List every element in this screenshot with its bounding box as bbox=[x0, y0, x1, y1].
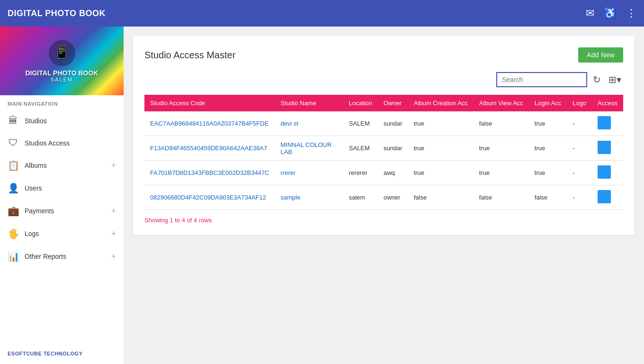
cell-logo: - bbox=[567, 111, 592, 136]
cell-location: SALEM bbox=[343, 111, 378, 136]
col-album-view-acc: Album View Acc bbox=[474, 95, 529, 111]
cell-album-view: false bbox=[474, 111, 529, 136]
col-album-creation-acc: Album Creation Acc bbox=[408, 95, 474, 111]
card-header: Studio Access Master Add New bbox=[144, 47, 623, 63]
sidebar-item-logs[interactable]: 🖐 Logs + bbox=[0, 222, 124, 245]
users-icon: 👤 bbox=[8, 182, 19, 194]
bell-icon[interactable]: ✉ bbox=[586, 7, 594, 19]
sidebar-logo-name: DIGITAL PHOTO BOOK bbox=[25, 69, 98, 77]
access-button[interactable] bbox=[598, 165, 611, 179]
cell-album-creation: false bbox=[408, 185, 474, 210]
cell-owner: sundar bbox=[378, 136, 408, 161]
sidebar-item-albums[interactable]: 📋 Albums + bbox=[0, 154, 124, 177]
table-row: FA701B7D8D1343FBBC3E002D32B3447C rrerer … bbox=[144, 161, 623, 185]
payments-icon: 💼 bbox=[8, 205, 19, 217]
users-label: Users bbox=[25, 184, 116, 192]
app-title: DIGITAL PHOTO BOOK bbox=[8, 9, 586, 18]
cell-login-acc: true bbox=[529, 111, 567, 136]
sidebar-item-studios-access[interactable]: 🛡 Studios Access bbox=[0, 132, 124, 154]
cell-login-acc: false bbox=[529, 185, 567, 210]
cell-access bbox=[592, 185, 623, 210]
nav-label: MAIN NAVIGATION bbox=[0, 95, 124, 109]
cell-code: F13AD94F465540459DE90A642AAE38A7 bbox=[144, 136, 275, 161]
sidebar-logo-sub: SALEM bbox=[51, 77, 73, 82]
table-row: EAC7AAB968484116A0A203747B4F5FDE devi st… bbox=[144, 111, 623, 136]
cell-access bbox=[592, 161, 623, 185]
col-access: Access bbox=[592, 95, 623, 111]
cell-album-view: true bbox=[474, 136, 529, 161]
cell-studio-name: rrerer bbox=[275, 161, 343, 185]
cell-owner: owner bbox=[378, 185, 408, 210]
toolbar: ↻ ⊞▾ bbox=[144, 72, 623, 87]
payments-expand-icon[interactable]: + bbox=[111, 206, 116, 216]
col-login-acc: Login Acc bbox=[529, 95, 567, 111]
access-button[interactable] bbox=[598, 116, 611, 129]
add-new-button[interactable]: Add New bbox=[578, 47, 623, 63]
col-logo: Logo bbox=[567, 95, 592, 111]
cell-album-view: false bbox=[474, 185, 529, 210]
studios-icon: 🏛 bbox=[8, 115, 19, 126]
sidebar-footer: ESOFTCUBE TECHNOLOGY bbox=[0, 343, 124, 364]
logs-label: Logs bbox=[25, 230, 105, 237]
sidebar-item-studios[interactable]: 🏛 Studios bbox=[0, 109, 124, 132]
cell-code: EAC7AAB968484116A0A203747B4F5FDE bbox=[144, 111, 275, 136]
col-studio-access-code: Studio Access Code bbox=[144, 95, 275, 111]
sidebar-item-payments[interactable]: 💼 Payments + bbox=[0, 200, 124, 222]
cell-access bbox=[592, 136, 623, 161]
albums-icon: 📋 bbox=[8, 160, 19, 171]
cell-logo: - bbox=[567, 185, 592, 210]
access-button[interactable] bbox=[598, 190, 611, 203]
grid-view-button[interactable]: ⊞▾ bbox=[607, 72, 623, 87]
more-vert-icon[interactable]: ⋮ bbox=[626, 7, 636, 19]
cell-location: salem bbox=[343, 185, 378, 210]
accessibility-icon[interactable]: ♿ bbox=[604, 7, 617, 19]
studios-label: Studios bbox=[25, 117, 116, 125]
sidebar-logo-area: 📱 DIGITAL PHOTO BOOK SALEM bbox=[0, 27, 124, 95]
page-title: Studio Access Master bbox=[144, 50, 235, 61]
studio-access-table: Studio Access Code Studio Name Location … bbox=[144, 95, 623, 210]
cell-location: rererer bbox=[343, 161, 378, 185]
search-input[interactable] bbox=[496, 72, 587, 87]
payments-label: Payments bbox=[25, 207, 105, 215]
cell-logo: - bbox=[567, 161, 592, 185]
table-row: 082906680D4F42C09DA903E3A734AF12 sample … bbox=[144, 185, 623, 210]
access-button[interactable] bbox=[598, 141, 611, 154]
cell-login-acc: true bbox=[529, 161, 567, 185]
albums-label: Albums bbox=[25, 162, 105, 169]
other-reports-expand-icon[interactable]: + bbox=[111, 252, 116, 262]
table-header-row: Studio Access Code Studio Name Location … bbox=[144, 95, 623, 111]
cell-login-acc: true bbox=[529, 136, 567, 161]
topbar: DIGITAL PHOTO BOOK ✉ ♿ ⋮ bbox=[0, 0, 644, 27]
table-row: F13AD94F465540459DE90A642AAE38A7 MINNAL … bbox=[144, 136, 623, 161]
studios-access-icon: 🛡 bbox=[8, 137, 19, 148]
cell-code: 082906680D4F42C09DA903E3A734AF12 bbox=[144, 185, 275, 210]
refresh-button[interactable]: ↻ bbox=[591, 72, 603, 87]
col-location: Location bbox=[343, 95, 378, 111]
other-reports-label: Other Reports bbox=[25, 253, 105, 260]
main-card: Studio Access Master Add New ↻ ⊞▾ Studio… bbox=[133, 36, 635, 235]
other-reports-icon: 📊 bbox=[8, 251, 19, 262]
sidebar: 📱 DIGITAL PHOTO BOOK SALEM MAIN NAVIGATI… bbox=[0, 27, 124, 364]
col-studio-name: Studio Name bbox=[275, 95, 343, 111]
cell-studio-name: sample bbox=[275, 185, 343, 210]
cell-logo: - bbox=[567, 136, 592, 161]
sidebar-item-other-reports[interactable]: 📊 Other Reports + bbox=[0, 245, 124, 268]
logs-expand-icon[interactable]: + bbox=[111, 229, 116, 239]
cell-album-creation: true bbox=[408, 161, 474, 185]
showing-text: Showing 1 to 4 of 4 rows bbox=[144, 217, 623, 224]
cell-album-view: true bbox=[474, 161, 529, 185]
studios-access-label: Studios Access bbox=[25, 139, 116, 147]
cell-location: SALEM bbox=[343, 136, 378, 161]
table-wrap: Studio Access Code Studio Name Location … bbox=[144, 95, 623, 210]
cell-album-creation: true bbox=[408, 136, 474, 161]
sidebar-item-users[interactable]: 👤 Users bbox=[0, 177, 124, 200]
topbar-icons: ✉ ♿ ⋮ bbox=[586, 7, 636, 19]
albums-expand-icon[interactable]: + bbox=[111, 161, 116, 171]
cell-studio-name: MINNAL COLOUR LAB bbox=[275, 136, 343, 161]
cell-studio-name: devi st bbox=[275, 111, 343, 136]
cell-owner: sundar bbox=[378, 111, 408, 136]
main-content: Studio Access Master Add New ↻ ⊞▾ Studio… bbox=[124, 27, 644, 364]
cell-access bbox=[592, 111, 623, 136]
layout: 📱 DIGITAL PHOTO BOOK SALEM MAIN NAVIGATI… bbox=[0, 27, 644, 364]
sidebar-logo-icon: 📱 bbox=[49, 40, 75, 66]
